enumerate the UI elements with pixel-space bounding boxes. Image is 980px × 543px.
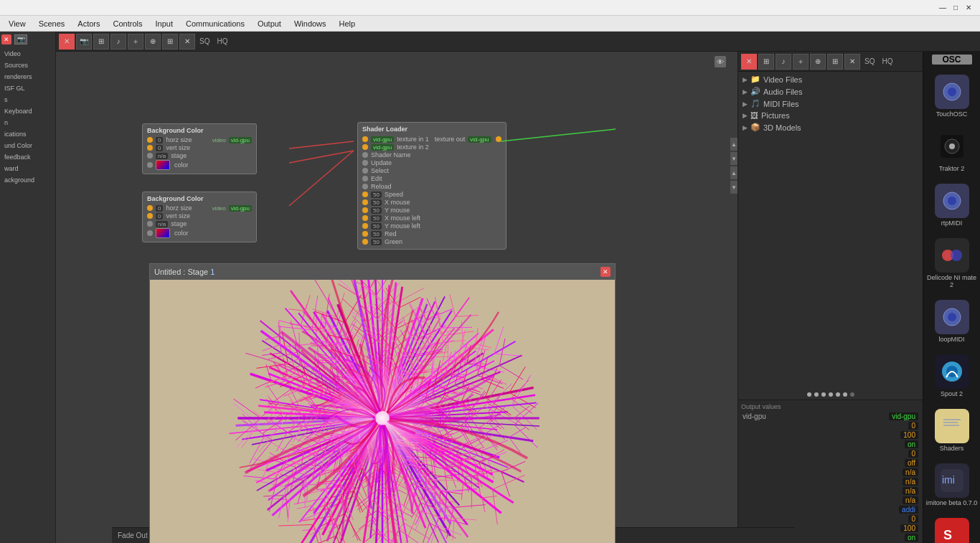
prop-row-0: 0 <box>741 421 920 430</box>
maximize-button[interactable]: □ <box>950 2 961 14</box>
side-arrow-mid2[interactable]: ▲ <box>730 166 738 179</box>
tree-item-video[interactable]: ▶ 📁 Video Files <box>740 73 921 85</box>
sidebar-sources[interactable]: Sources <box>1 60 54 70</box>
menu-controls[interactable]: Controls <box>108 18 149 29</box>
output-header: Output values <box>741 403 920 410</box>
prop-row-on-1: on <box>741 440 920 449</box>
menu-output[interactable]: Output <box>252 18 287 29</box>
side-arrow-mid1[interactable]: ▼ <box>730 152 738 165</box>
menu-input[interactable]: Input <box>150 18 179 29</box>
tb-close[interactable]: ✕ <box>59 34 75 49</box>
sidebar-ackground[interactable]: ackground <box>1 175 54 185</box>
tree-item-midi[interactable]: ▶ 🎵 MIDI Files <box>740 98 921 110</box>
port-dot <box>147 153 153 159</box>
scroll-dot-2 <box>814 392 819 397</box>
traktor-label: Traktor 2 <box>939 165 965 172</box>
menu-communications[interactable]: Communications <box>180 18 250 29</box>
sidebar-s[interactable]: s <box>1 95 54 105</box>
stage-close-button[interactable]: ✕ <box>600 267 611 277</box>
menu-windows[interactable]: Windows <box>288 18 332 29</box>
svg-point-8 <box>949 143 955 149</box>
file-browser: ▶ 📁 Video Files ▶ 🔊 Audio Files ▶ 🎵 <box>738 72 923 389</box>
side-arrow-up[interactable]: ▲ <box>730 138 738 151</box>
loopmidi-label: loopMIDI <box>938 336 964 343</box>
tb-hq[interactable]: HQ <box>214 37 230 45</box>
dock-scarlett[interactable]: S Scarlett MixControl <box>925 515 979 543</box>
sidebar-n[interactable]: n <box>1 118 54 128</box>
rt-sq[interactable]: SQ <box>862 57 877 65</box>
rtpmidi-icon <box>935 184 969 218</box>
tb-grid2[interactable]: ⊞ <box>162 34 178 49</box>
rt-btn3[interactable]: ＋ <box>793 54 809 70</box>
dock-imitone[interactable]: imi imitone beta 0.7.0 <box>925 461 979 509</box>
rt-btn1[interactable]: ⊞ <box>758 54 774 70</box>
dock-shaders[interactable]: Shaders <box>933 406 971 455</box>
dock-delicode[interactable]: Delicode NI mate 2 <box>925 235 979 291</box>
tb-sq[interactable]: SQ <box>197 37 212 45</box>
minimize-button[interactable]: — <box>937 2 948 14</box>
sidebar-und-color[interactable]: und Color <box>1 141 54 151</box>
delicode-label: Delicode NI mate 2 <box>926 274 978 288</box>
sidebar-video[interactable]: Video <box>1 49 54 59</box>
rt-btn6[interactable]: ✕ <box>844 54 860 70</box>
port-dot <box>362 160 368 166</box>
sidebar-isfgl[interactable]: ISF GL <box>1 83 54 93</box>
side-arrow-down[interactable]: ▼ <box>730 181 738 194</box>
svg-point-14 <box>948 313 956 321</box>
tree-arrow-video: ▶ <box>743 76 748 83</box>
spout-icon <box>935 354 969 389</box>
tb-audio[interactable]: ♪ <box>110 34 126 49</box>
patch-area[interactable]: 👁 Background Color 0 horz size video vid… <box>56 52 738 543</box>
sidebar-ward[interactable]: ward <box>1 164 54 174</box>
sidebar-renderers[interactable]: renderers <box>1 72 54 82</box>
sidebar-ications[interactable]: ications <box>1 129 54 139</box>
main-area: ✕ 📷 Video Sources renderers ISF GL s Key… <box>0 32 980 543</box>
menu-scenes[interactable]: Scenes <box>33 18 71 29</box>
color-swatch[interactable] <box>156 160 170 170</box>
tb-close2[interactable]: ✕ <box>179 34 195 49</box>
dock-rtpmidi[interactable]: rtpMIDI <box>933 181 971 230</box>
rt-close[interactable]: ✕ <box>741 54 757 70</box>
titlebar: — □ ✕ <box>0 0 980 16</box>
tb-add1[interactable]: ＋ <box>128 34 143 49</box>
port-dot <box>147 145 153 151</box>
tree-item-3dmodels[interactable]: ▶ 📦 3D Models <box>740 121 921 133</box>
rt-hq[interactable]: HQ <box>879 57 895 65</box>
prop-row-na1: n/a <box>741 468 920 477</box>
eye-button[interactable]: 👁 <box>715 56 726 67</box>
traktor-icon <box>935 129 969 164</box>
tree-item-pictures[interactable]: ▶ 🖼 Pictures <box>740 110 921 121</box>
dock-loopmidi[interactable]: loopMIDI <box>933 297 971 346</box>
dock-spout[interactable]: Spout 2 <box>933 351 971 400</box>
menu-actors[interactable]: Actors <box>72 18 105 29</box>
dock-traktor[interactable]: Traktor 2 <box>933 126 971 175</box>
scroll-dot-5 <box>836 392 840 397</box>
sidebar-close[interactable]: ✕ <box>1 34 11 44</box>
menu-help[interactable]: Help <box>334 18 362 29</box>
rt-btn4[interactable]: ⊕ <box>810 54 826 70</box>
sidebar-feedback[interactable]: feedback <box>1 152 54 162</box>
rt-btn5[interactable]: ⊞ <box>827 54 843 70</box>
menu-view[interactable]: View <box>3 18 32 29</box>
scroll-dot-4 <box>829 392 833 397</box>
tree-item-audio[interactable]: ▶ 🔊 Audio Files <box>740 85 921 98</box>
tree-arrow-midi: ▶ <box>743 100 748 108</box>
imitone-icon: imi <box>935 463 969 498</box>
rt-btn2[interactable]: ♪ <box>776 54 791 70</box>
color-swatch-2[interactable] <box>156 228 170 238</box>
tb-add2[interactable]: ⊕ <box>145 34 161 49</box>
sidebar-keyboard[interactable]: Keyboard <box>1 106 54 116</box>
sidebar-camera[interactable]: 📷 <box>14 34 27 44</box>
port-dot <box>362 144 368 150</box>
svg-line-3 <box>289 151 354 206</box>
dock-touchosc[interactable]: TouchOSC <box>933 72 971 121</box>
properties-panel: Output values vid-gpu vid-gpu 0 100 <box>738 400 923 543</box>
tb-grid1[interactable]: ⊞ <box>93 34 109 49</box>
scroll-dot-3 <box>821 392 826 397</box>
tree-arrow-pictures: ▶ <box>743 112 748 119</box>
svg-point-10 <box>948 197 956 205</box>
side-arrows: ▲ ▼ ▲ ▼ <box>730 138 738 194</box>
tb-camera[interactable]: 📷 <box>76 34 92 49</box>
toolbar: ✕ 📷 ⊞ ♪ ＋ ⊕ ⊞ ✕ SQ HQ <box>56 32 980 52</box>
close-button[interactable]: ✕ <box>963 2 974 14</box>
